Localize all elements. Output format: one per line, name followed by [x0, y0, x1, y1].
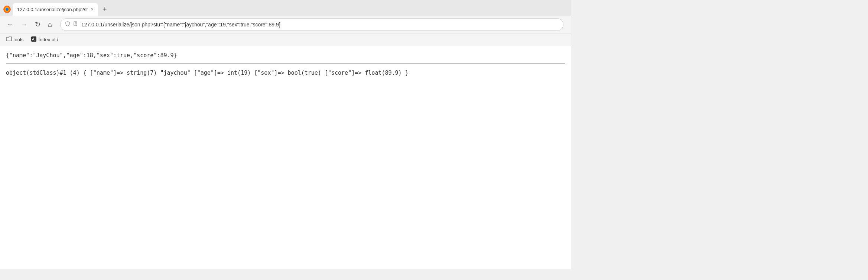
page-icon	[73, 21, 78, 28]
json-output-line: {"name":"JayChou","age":18,"sex":true,"s…	[6, 51, 565, 64]
object-output-line: object(stdClass)#1 (4) { ["name"]=> stri…	[6, 68, 565, 78]
page-content: {"name":"JayChou","age":18,"sex":true,"s…	[0, 46, 571, 269]
bookmark-tools-label: tools	[13, 37, 23, 42]
nav-bar: ← → ↻ ⌂ 127.0.0.1/unserialize/json.php?s…	[0, 16, 571, 33]
folder-icon	[6, 36, 12, 43]
home-button[interactable]: ⌂	[46, 20, 54, 29]
bookmark-tag-icon: A	[31, 36, 37, 43]
new-tab-button[interactable]: +	[100, 4, 110, 15]
browser-window: 127.0.0.1/unserialize/json.php?st × + ← …	[0, 0, 571, 269]
bookmarks-bar: tools A Index of /	[0, 33, 571, 46]
active-tab[interactable]: 127.0.0.1/unserialize/json.php?st ×	[13, 3, 98, 16]
back-button[interactable]: ←	[4, 20, 16, 29]
refresh-button[interactable]: ↻	[33, 20, 43, 29]
forward-button[interactable]: →	[19, 20, 30, 29]
bookmark-tools[interactable]: tools	[4, 36, 25, 44]
bookmark-index[interactable]: A Index of /	[29, 35, 59, 44]
firefox-logo-icon	[3, 5, 11, 13]
tab-close-icon[interactable]: ×	[91, 6, 94, 12]
svg-point-2	[6, 8, 9, 11]
bookmark-index-label: Index of /	[38, 37, 58, 42]
object-output-text: object(stdClass)#1 (4) { ["name"]=> stri…	[6, 70, 409, 76]
tab-title: 127.0.0.1/unserialize/json.php?st	[17, 7, 88, 12]
shield-icon	[65, 21, 70, 28]
svg-text:A: A	[32, 37, 35, 41]
tab-bar: 127.0.0.1/unserialize/json.php?st × +	[0, 0, 571, 16]
address-text: 127.0.0.1/unserialize/json.php?stu={"nam…	[81, 22, 281, 28]
address-bar[interactable]: 127.0.0.1/unserialize/json.php?stu={"nam…	[60, 18, 563, 31]
